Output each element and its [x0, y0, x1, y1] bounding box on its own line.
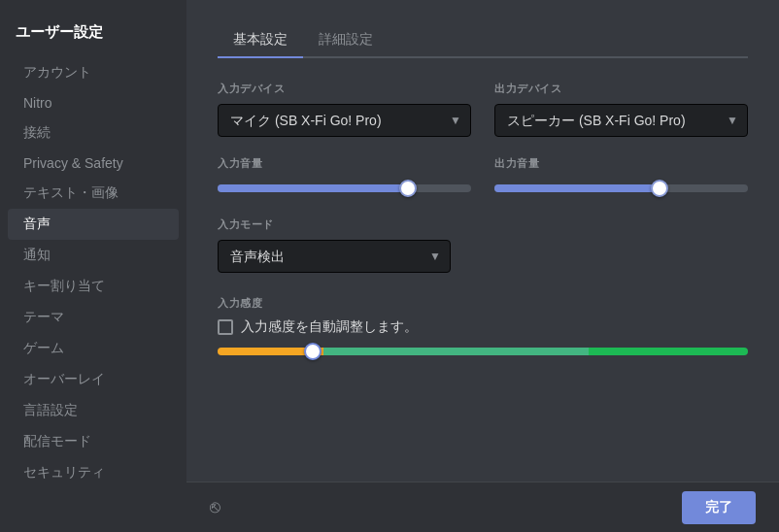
sidebar-item-stream-mode[interactable]: 配信モード: [8, 426, 179, 457]
input-mode-select[interactable]: 音声検出プッシュトゥトーク: [218, 240, 451, 273]
input-volume-thumb[interactable]: [399, 180, 417, 197]
sensitivity-label: 入力感度: [218, 296, 748, 311]
input-mode-section: 入力モード 音声検出プッシュトゥトーク ▼: [218, 217, 748, 273]
sidebar-item-games[interactable]: ゲーム: [8, 333, 179, 364]
exit-icon[interactable]: ⎋: [210, 497, 220, 517]
sidebar-item-overlay[interactable]: オーバーレイ: [8, 364, 179, 395]
input-volume-fill: [218, 184, 408, 192]
sidebar: ユーザー設定 アカウント Nitro 接続 Privacy & Safety テ…: [0, 0, 186, 532]
content-area: 基本設定 詳細設定 入力デバイス マイク (SB X-Fi Go! Pro)デフ…: [186, 0, 779, 482]
auto-sensitivity-checkbox[interactable]: [218, 319, 233, 335]
auto-sensitivity-label: 入力感度を自動調整します。: [241, 318, 418, 336]
sensitivity-slider-thumb[interactable]: [304, 343, 322, 360]
sidebar-item-text-image[interactable]: テキスト・画像: [8, 178, 179, 209]
output-device-select[interactable]: スピーカー (SB X-Fi Go! Pro)デフォルト: [494, 104, 748, 137]
output-device-group: 出力デバイス スピーカー (SB X-Fi Go! Pro)デフォルト ▼: [494, 82, 748, 137]
auto-sensitivity-row: 入力感度を自動調整します。: [218, 318, 748, 336]
sidebar-item-security[interactable]: セキュリティ: [8, 457, 179, 488]
input-device-label: 入力デバイス: [218, 82, 471, 96]
output-device-label: 出力デバイス: [494, 82, 748, 96]
input-volume-label: 入力音量: [218, 156, 471, 171]
done-button[interactable]: 完了: [682, 491, 756, 524]
output-volume-label: 出力音量: [494, 156, 748, 171]
sensitivity-section: 入力感度 入力感度を自動調整します。: [218, 296, 748, 355]
input-device-select-wrapper: マイク (SB X-Fi Go! Pro)デフォルト ▼: [218, 104, 471, 137]
main-content: 基本設定 詳細設定 入力デバイス マイク (SB X-Fi Go! Pro)デフ…: [186, 0, 779, 532]
footer: ⎋ 完了: [186, 482, 779, 532]
input-volume-slider-wrapper: [218, 179, 471, 198]
tab-basic[interactable]: 基本設定: [218, 23, 303, 58]
sidebar-item-keybinds[interactable]: キー割り当て: [8, 271, 179, 302]
sidebar-item-theme[interactable]: テーマ: [8, 302, 179, 333]
sensitivity-slider-track: [218, 348, 748, 355]
input-mode-label: 入力モード: [218, 217, 748, 232]
input-volume-group: 入力音量: [218, 156, 471, 198]
sidebar-item-language[interactable]: 言語設定: [8, 395, 179, 426]
output-volume-group: 出力音量: [494, 156, 748, 198]
input-device-select[interactable]: マイク (SB X-Fi Go! Pro)デフォルト: [218, 104, 471, 137]
sidebar-item-notifications[interactable]: 通知: [8, 240, 179, 271]
output-volume-slider-wrapper: [494, 179, 748, 198]
sidebar-item-voice[interactable]: 音声: [8, 209, 179, 240]
output-device-select-wrapper: スピーカー (SB X-Fi Go! Pro)デフォルト ▼: [494, 104, 748, 137]
output-volume-fill: [494, 184, 660, 192]
tab-advanced[interactable]: 詳細設定: [303, 23, 389, 58]
tabs: 基本設定 詳細設定: [218, 23, 748, 58]
device-row: 入力デバイス マイク (SB X-Fi Go! Pro)デフォルト ▼ 出力デバ…: [218, 82, 748, 137]
volume-row: 入力音量 出力音量: [218, 156, 748, 198]
input-mode-select-wrapper: 音声検出プッシュトゥトーク ▼: [218, 240, 451, 273]
input-device-group: 入力デバイス マイク (SB X-Fi Go! Pro)デフォルト ▼: [218, 82, 471, 137]
sidebar-item-account[interactable]: アカウント: [8, 57, 179, 88]
sidebar-item-privacy[interactable]: Privacy & Safety: [8, 149, 179, 178]
sidebar-item-nitro[interactable]: Nitro: [8, 88, 179, 117]
sidebar-title: ユーザー設定: [0, 16, 186, 57]
output-volume-thumb[interactable]: [651, 180, 668, 197]
sidebar-item-connection[interactable]: 接続: [8, 117, 179, 149]
